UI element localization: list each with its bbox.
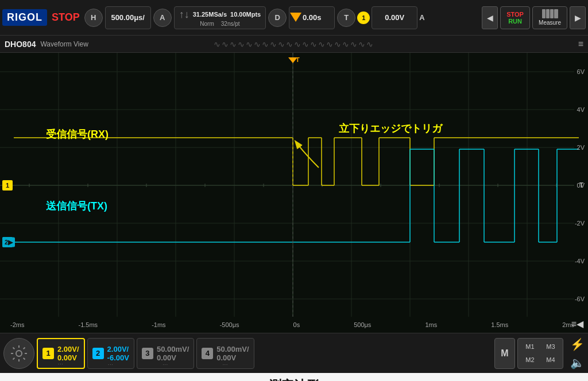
right-nav: ◀ STOP RUN Measure ▶ <box>482 6 586 29</box>
d-button[interactable]: D <box>268 9 287 27</box>
run-text: RUN <box>508 18 522 25</box>
acquisition-param[interactable]: ↑↓ 31.25MSa/s 10.00Mpts Norm 32ns/pt <box>174 6 266 29</box>
ch1-marker: 1 <box>2 180 13 190</box>
wave-decoration: ∿∿∿∿∿∿∿∿∿∿∿∿∿∿∿∿∿∿∿∿ <box>214 40 374 49</box>
ch1-values: 2.00V/ 0.00V <box>57 345 79 362</box>
ch2-volt: 2.00V/ <box>107 345 129 353</box>
trigger-position-arrow <box>290 13 301 22</box>
bottom-bar: 1 2.00V/ 0.00V ... 2 2.00V/ -6.00V ... 3… <box>0 333 588 373</box>
ch3-dots: ... <box>163 361 168 366</box>
nav-left-arrow[interactable]: ◀ <box>482 6 498 29</box>
ch2-dots: ... <box>108 361 114 366</box>
y-label-4v: 4V <box>577 106 585 113</box>
measure-button[interactable]: Measure <box>532 6 567 29</box>
y-label-n6v: -6V <box>575 296 585 302</box>
ch4-offset: 0.00V <box>216 353 249 362</box>
ch2-values: 2.00V/ -6.00V <box>107 345 129 362</box>
math-button[interactable]: M <box>494 338 515 369</box>
ch2-control[interactable]: 2 2.00V/ -6.00V ... <box>87 338 134 369</box>
m2-cell[interactable]: M2 <box>520 354 540 366</box>
stop-text: STOP <box>506 11 524 18</box>
device-name: DHO804 <box>5 40 36 49</box>
m3-cell[interactable]: M3 <box>541 341 560 353</box>
x-axis-labels: -2ms -1.5ms -1ms -500μs 0s 500μs 1ms 1.5… <box>0 321 588 328</box>
ch4-values: 50.00mV/ 0.00V <box>216 345 249 362</box>
x-label-n1ms: -1ms <box>152 321 165 328</box>
x-label-500us: 500μs <box>354 321 371 328</box>
ch4-volt: 50.00mV/ <box>216 345 249 353</box>
m-grid[interactable]: M1 M3 M2 M4 <box>517 338 563 369</box>
ch2-number: 2 <box>92 348 104 359</box>
timebase-value: 500.00μs/ <box>111 13 145 22</box>
ch4-number: 4 <box>202 348 213 359</box>
y-label-6v: 6V <box>577 68 585 75</box>
svg-point-31 <box>16 351 22 356</box>
menu-icon[interactable]: ≡ <box>578 39 583 49</box>
trigger-section: T 1 0.00V A <box>337 6 424 29</box>
ch1-volt: 2.00V/ <box>57 345 79 353</box>
ch3-volt: 50.00mV/ <box>157 345 189 353</box>
ch1-dots: ... <box>58 360 64 366</box>
title-bar: DHO804 Waveform View ∿∿∿∿∿∿∿∿∿∿∿∿∿∿∿∿∿∿∿… <box>0 36 588 53</box>
trigger-t-right: T <box>579 181 583 189</box>
settings-button[interactable] <box>3 338 34 369</box>
ch3-offset: 0.00V <box>157 353 189 362</box>
y-label-n4v: -4V <box>575 258 585 265</box>
view-name: Waveform View <box>40 40 88 48</box>
trigger-level: 0.00V <box>385 13 404 22</box>
t-button[interactable]: T <box>337 9 355 27</box>
waveform-svg: T <box>0 53 588 333</box>
measure-label: Measure <box>539 20 561 26</box>
system-icons: ⚡ 🔈 <box>570 337 585 370</box>
ch3-values: 50.00mV/ 0.00V <box>157 345 189 362</box>
trigger-ch-label: A <box>419 13 424 22</box>
stop-run-button[interactable]: STOP RUN <box>500 6 530 29</box>
rigol-logo: RIGOL <box>2 9 47 26</box>
x-label-n1_5ms: -1.5ms <box>78 321 98 328</box>
a-button[interactable]: A <box>153 9 172 27</box>
ch1-control[interactable]: 1 2.00V/ 0.00V ... <box>37 338 85 369</box>
page-title-text: 測定波形 <box>269 377 319 381</box>
m1-cell[interactable]: M1 <box>520 341 540 353</box>
h-button[interactable]: H <box>84 9 103 27</box>
ch4-dots: ... <box>223 361 229 366</box>
ns-per-pt: 32ns/pt <box>221 21 240 27</box>
nav-right-arrow[interactable]: ▶ <box>570 6 586 29</box>
ch1-number: 1 <box>42 348 54 359</box>
page-title: 測定波形 <box>0 373 588 381</box>
m4-cell[interactable]: M4 <box>541 354 560 366</box>
memory: 10.00Mpts <box>230 11 261 18</box>
trigger-level-param[interactable]: 0.00V <box>372 6 417 29</box>
x-label-1ms: 1ms <box>425 321 437 328</box>
sample-rate: 31.25MSa/s <box>193 11 227 18</box>
ch4-control[interactable]: 4 50.00mV/ 0.00V ... <box>196 338 254 369</box>
timebase-param[interactable]: 500.00μs/ <box>105 6 151 29</box>
ch2-arrow-marker: 2▶ <box>2 238 15 247</box>
usb-icon: ⚡ <box>570 337 585 351</box>
x-label-0s: 0s <box>293 321 300 328</box>
y-label-2v: 2V <box>577 144 585 151</box>
svg-text:T: T <box>296 56 300 63</box>
x-label-n500us: -500μs <box>220 321 239 328</box>
ch3-number: 3 <box>142 348 153 359</box>
ch3-control[interactable]: 3 50.00mV/ 0.00V ... <box>137 338 194 369</box>
trigger-ch-badge: 1 <box>357 11 370 24</box>
y-label-n2v: -2V <box>575 220 585 227</box>
x-label-n2ms: -2ms <box>10 321 24 328</box>
waveform-area: T 6V 4V 2V 0V -2V -4V -6V 1 2 2▶ T 受信信号(… <box>0 53 588 333</box>
stop-label: STOP <box>52 11 80 24</box>
x-label-1_5ms: 1.5ms <box>491 321 508 328</box>
speaker-icon: 🔈 <box>570 356 585 370</box>
delay-value: 0.00s <box>303 13 322 22</box>
waveform-menu-icon[interactable]: ≡◀ <box>571 318 583 329</box>
acq-mode: Norm <box>200 21 214 27</box>
